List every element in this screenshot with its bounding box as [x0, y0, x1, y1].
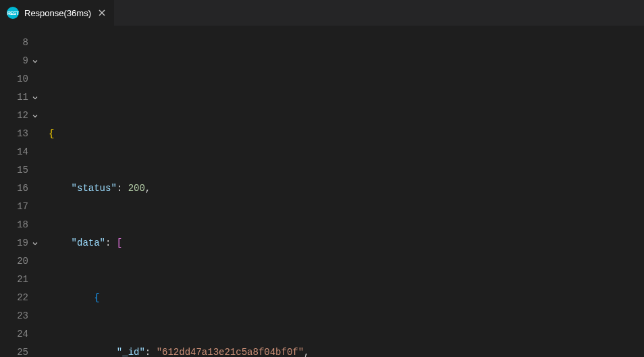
- chevron-down-icon[interactable]: [30, 52, 41, 70]
- chevron-down-icon[interactable]: [30, 107, 41, 125]
- code-editor[interactable]: 8910111213141516171819202122232425 { "st…: [0, 26, 644, 357]
- line-number: 23: [0, 307, 41, 325]
- tab-title: Response(36ms): [24, 8, 91, 18]
- line-number: 12: [0, 107, 41, 125]
- close-icon[interactable]: [97, 7, 107, 18]
- code-line: "data": [: [49, 234, 310, 252]
- rest-client-icon: REST: [7, 7, 19, 19]
- line-number: 22: [0, 289, 41, 307]
- line-number-gutter: 8910111213141516171819202122232425: [0, 34, 46, 357]
- code-content[interactable]: { "status": 200, "data": [ { "_id": "612…: [46, 34, 310, 357]
- tab-bar: REST Response(36ms): [0, 0, 644, 26]
- line-number: 19: [0, 234, 41, 252]
- line-number: 14: [0, 143, 41, 161]
- chevron-down-icon[interactable]: [30, 88, 41, 107]
- tab-response[interactable]: REST Response(36ms): [0, 0, 115, 26]
- line-number: 24: [0, 325, 41, 344]
- line-number: 18: [0, 216, 41, 234]
- line-number: 10: [0, 70, 41, 88]
- code-line: {: [49, 289, 310, 307]
- line-number: 15: [0, 161, 41, 180]
- code-line: [49, 70, 310, 88]
- line-number: 9: [0, 52, 41, 70]
- chevron-down-icon[interactable]: [30, 234, 41, 252]
- line-number: 8: [0, 34, 41, 52]
- code-line: "status": 200,: [49, 180, 310, 198]
- line-number: 20: [0, 252, 41, 271]
- line-number: 25: [0, 344, 41, 357]
- code-line: "_id": "612dd47a13e21c5a8f04bf0f",: [49, 344, 310, 357]
- line-number: 16: [0, 180, 41, 198]
- line-number: 17: [0, 198, 41, 216]
- line-number: 11: [0, 88, 41, 107]
- code-line: {: [49, 125, 310, 143]
- line-number: 13: [0, 125, 41, 143]
- line-number: 21: [0, 271, 41, 289]
